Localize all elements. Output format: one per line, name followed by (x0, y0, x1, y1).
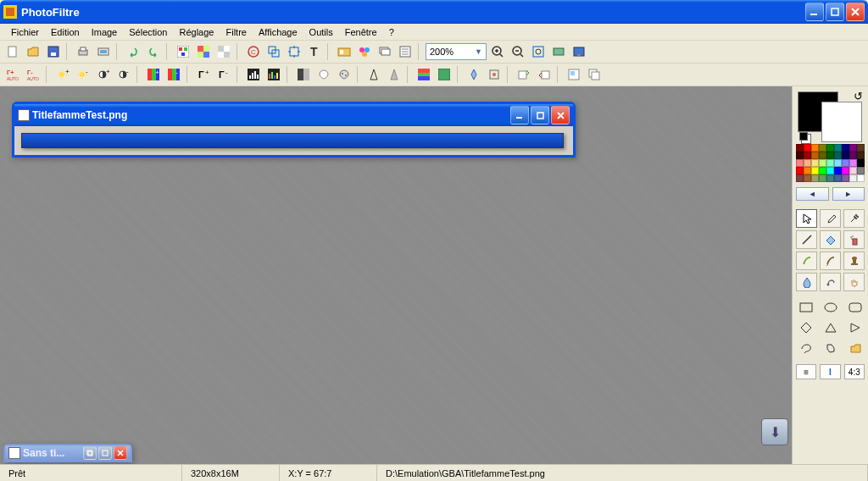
polygon-shape[interactable] (821, 340, 840, 356)
scan-button[interactable] (94, 42, 113, 61)
opt-2[interactable]: I (820, 364, 840, 379)
contrast-plus-button[interactable]: + (94, 65, 113, 84)
undo-button[interactable] (124, 42, 142, 61)
brightness-plus-button[interactable]: + (53, 65, 72, 84)
preferences-button[interactable] (396, 42, 415, 61)
advbrush-tool[interactable] (820, 252, 841, 270)
color-palette[interactable] (796, 144, 865, 182)
brightness-minus-button[interactable]: - (74, 65, 92, 84)
export-button[interactable] (515, 65, 533, 84)
import-button[interactable] (535, 65, 554, 84)
doc-close-button[interactable] (114, 446, 127, 460)
menu-image[interactable]: Image (86, 25, 124, 39)
palette-swatch[interactable] (857, 152, 865, 159)
saturation-plus-button[interactable]: + (144, 65, 163, 84)
palette-swatch[interactable] (834, 144, 842, 152)
fullscreen-button[interactable] (570, 42, 588, 61)
zoom-select[interactable]: 200%▼ (426, 43, 487, 60)
palette-swatch[interactable] (849, 159, 857, 167)
histogram-button[interactable] (244, 65, 263, 84)
brush-tool[interactable] (796, 252, 817, 270)
palette-swatch[interactable] (796, 174, 804, 182)
gamma-minus-button[interactable]: Γ- (214, 65, 233, 84)
wand-tool[interactable] (843, 209, 865, 228)
palette-swatch[interactable] (826, 152, 834, 159)
rect-shape[interactable] (796, 300, 815, 315)
doc-maximize-button[interactable] (531, 106, 549, 124)
resize-button[interactable] (264, 42, 283, 61)
transparent-button[interactable] (214, 42, 233, 61)
menu-fenetre[interactable]: Fenêtre (339, 25, 383, 39)
dust-button[interactable] (335, 65, 353, 84)
hand-tool[interactable] (843, 273, 865, 291)
menu-reglage[interactable]: Réglage (174, 25, 220, 39)
zoom-100-button[interactable] (549, 42, 568, 61)
palette-swatch[interactable] (796, 159, 804, 167)
palette-swatch[interactable] (804, 159, 811, 167)
palette-swatch[interactable] (819, 167, 826, 174)
zoom-out-button[interactable] (509, 42, 527, 61)
palette-swatch[interactable] (849, 174, 857, 182)
gamma-plus-button[interactable]: Γ+ (194, 65, 213, 84)
close-button[interactable] (846, 3, 865, 21)
save-button[interactable] (44, 42, 63, 61)
stamp-tool[interactable] (843, 252, 865, 270)
doc-maximize-button[interactable] (98, 446, 112, 460)
palette-swatch[interactable] (842, 174, 849, 182)
palette-swatch[interactable] (796, 167, 804, 174)
pointer-tool[interactable] (796, 209, 817, 228)
palette-swatch[interactable] (811, 167, 819, 174)
menu-fichier[interactable]: Fichier (5, 25, 45, 39)
palette-swatch[interactable] (819, 159, 826, 167)
doc-canvas[interactable] (21, 133, 564, 148)
palette-swatch[interactable] (826, 174, 834, 182)
menu-help[interactable]: ? (383, 25, 400, 39)
text-button[interactable]: T (305, 42, 324, 61)
default-colors-icon[interactable] (799, 132, 808, 141)
menu-filtre[interactable]: Filtre (220, 25, 252, 39)
automate-button[interactable] (376, 42, 394, 61)
triangle-shape[interactable] (821, 320, 840, 335)
grayscale-button[interactable] (294, 65, 313, 84)
palette-swatch[interactable] (834, 152, 842, 159)
open-button[interactable] (24, 42, 42, 61)
palette-swatch[interactable] (796, 152, 804, 159)
palette-swatch[interactable] (842, 144, 849, 152)
palette-swatch[interactable] (834, 167, 842, 174)
maximize-button[interactable] (826, 3, 844, 21)
palette-swatch[interactable] (849, 167, 857, 174)
canvas-area[interactable]: TitlefammeTest.png Sans ti... (0, 86, 792, 464)
palette-swatch[interactable] (842, 152, 849, 159)
lasso-shape[interactable] (796, 340, 815, 356)
other-button[interactable] (485, 65, 504, 84)
opt-1[interactable]: ≡ (796, 364, 816, 379)
doc-titlebar-inactive[interactable]: Sans ti... (5, 445, 131, 461)
palette-swatch[interactable] (811, 159, 819, 167)
palette-swatch[interactable] (857, 174, 865, 182)
pipette-tool[interactable] (820, 209, 841, 228)
blur-button[interactable] (385, 65, 403, 84)
palette-swatch[interactable] (842, 167, 849, 174)
palette-swatch[interactable] (826, 144, 834, 152)
palette-swatch[interactable] (826, 167, 834, 174)
indexed-button[interactable] (194, 42, 213, 61)
auto-levels-button[interactable]: Γ+AUTO (3, 65, 22, 84)
palette-swatch[interactable] (849, 152, 857, 159)
menu-affichage[interactable]: Affichage (253, 25, 303, 39)
triangle2-shape[interactable] (845, 320, 865, 335)
doc-close-button[interactable] (551, 106, 570, 124)
palette-swatch[interactable] (826, 159, 834, 167)
icon2-button[interactable] (585, 65, 604, 84)
menu-selection[interactable]: Sélection (123, 25, 173, 39)
doc-minimize-button[interactable] (510, 106, 529, 124)
diamond-shape[interactable] (796, 320, 815, 335)
rgb-button[interactable] (174, 42, 192, 61)
auto-contrast-button[interactable]: Γ-AUTO (24, 65, 42, 84)
palette-swatch[interactable] (804, 144, 811, 152)
palette-swatch[interactable] (804, 152, 811, 159)
palette-swatch[interactable] (819, 152, 826, 159)
copyright-button[interactable]: C (244, 42, 263, 61)
palette-swatch[interactable] (834, 174, 842, 182)
canvas-button[interactable] (285, 42, 303, 61)
photomask-button[interactable] (435, 65, 453, 84)
